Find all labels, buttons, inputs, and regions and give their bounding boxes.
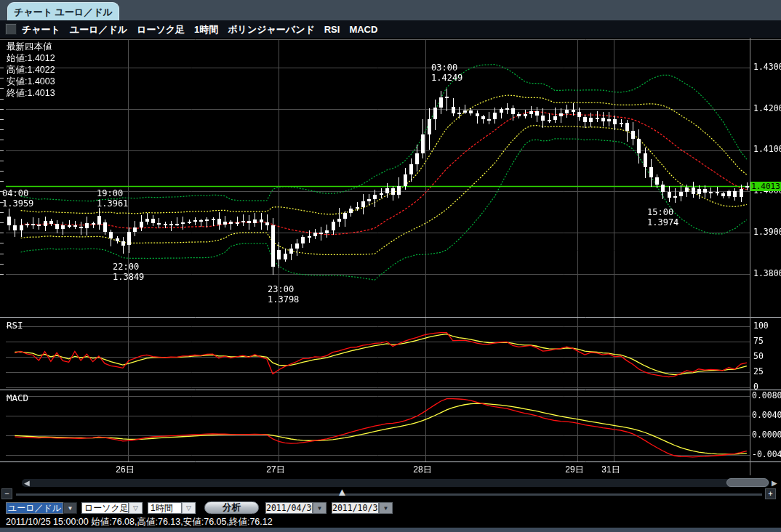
interval-select[interactable]: 1時間 — [148, 502, 182, 514]
style-select-value: ローソク足 — [84, 503, 129, 513]
latest-quote-panel: 最新四本値 始値:1.4012高値:1.4022安値:1.4003終値:1.40… — [7, 41, 55, 99]
quote-row: 始値:1.4012 — [7, 52, 55, 64]
quote-row: 安値:1.4003 — [7, 76, 55, 87]
quote-row: 終値:1.4013 — [7, 87, 55, 99]
rsi-panel-label: RSI — [7, 320, 23, 331]
tab-strip: チャート ユーロ／ドル — [0, 0, 781, 20]
date-from-value: 2011/04/30 — [266, 503, 313, 513]
scroll-left-icon[interactable]: ◀ — [24, 479, 30, 488]
titlebar-item: RSI — [324, 24, 340, 35]
macd-panel-label: MACD — [7, 392, 28, 403]
quote-title: 最新四本値 — [7, 41, 55, 52]
current-price-badge: 1.4013 — [750, 182, 781, 191]
style-select[interactable]: ローソク足 — [81, 502, 129, 514]
zoom-slider-track[interactable] — [16, 493, 762, 496]
titlebar-items: チャートユーロ／ドルローソク足1時間ボリンジャーバンドRSIMACD — [22, 23, 387, 36]
window-menu-icon[interactable] — [5, 23, 17, 35]
pair-select-value: ユーロ／ドル — [7, 503, 63, 513]
chart-window: チャート ユーロ／ドル チャートユーロ／ドルローソク足1時間ボリンジャーバンドR… — [0, 0, 781, 532]
date-to-value: 2011/10/31 — [332, 503, 379, 513]
status-bar: 2011/10/25 15:00:00 始値:76.08,高値:76.13,安値… — [6, 516, 273, 528]
date-from-arrow-icon[interactable]: ▼ — [313, 502, 327, 514]
zoom-in-button[interactable]: + — [765, 488, 776, 499]
style-select-arrow-icon[interactable]: ▽ — [129, 502, 143, 514]
scroll-right-icon[interactable]: ▶ — [772, 479, 777, 488]
titlebar-item: ボリンジャーバンド — [228, 24, 314, 35]
date-to-select[interactable]: 2011/10/31 — [332, 502, 379, 514]
titlebar-item: 1時間 — [194, 24, 218, 35]
titlebar-item: ローソク足 — [137, 24, 185, 35]
date-from-select[interactable]: 2011/04/30 — [265, 502, 313, 514]
titlebar-item: チャート — [22, 24, 60, 35]
status-timestamp: 2011/10/25 15:00:00 — [6, 517, 89, 527]
date-to-arrow-icon[interactable]: ▼ — [379, 502, 393, 514]
title-bar: チャートユーロ／ドルローソク足1時間ボリンジャーバンドRSIMACD × — [0, 20, 781, 38]
price-chart-canvas[interactable] — [0, 38, 781, 475]
zoom-out-button[interactable]: − — [1, 488, 12, 499]
horizontal-scrollbar-thumb[interactable] — [726, 478, 769, 487]
interval-select-value: 1時間 — [151, 503, 173, 513]
interval-select-arrow-icon[interactable]: ▽ — [182, 502, 196, 514]
titlebar-item: ユーロ／ドル — [70, 24, 127, 35]
pair-select-arrow-icon[interactable]: ▼ — [63, 502, 77, 514]
horizontal-scrollbar-track[interactable] — [22, 479, 769, 487]
tab-chart-eurusd[interactable]: チャート ユーロ／ドル — [7, 2, 119, 21]
quote-row: 高値:1.4022 — [7, 64, 55, 76]
analyze-button[interactable]: 分析 — [204, 501, 259, 514]
status-ohlc: 始値:76.08,高値:76.13,安値:76.05,終値:76.12 — [91, 517, 272, 527]
titlebar-item: MACD — [349, 24, 377, 35]
pair-select[interactable]: ユーロ／ドル — [6, 502, 63, 514]
zoom-slider-thumb[interactable]: ▲ — [337, 485, 348, 498]
